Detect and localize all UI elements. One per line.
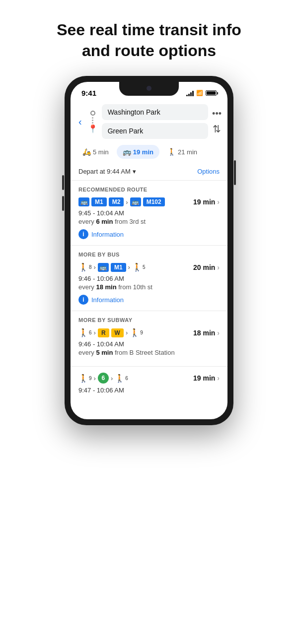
front-camera	[147, 86, 151, 91]
walk-start-badge: 🚶 8	[78, 262, 92, 272]
swap-button[interactable]: ⇅	[213, 123, 221, 135]
more-by-bus-header[interactable]: 🚶 8 › 🚌 M1 › 🚶 5 20 min	[78, 262, 220, 272]
walk-end-num: 5	[143, 264, 146, 270]
recommended-schedule: 9:45 - 10:04 AM	[78, 209, 220, 217]
phone-mockup: 9:41 📶 ‹	[65, 76, 233, 425]
recommended-route-badges: 🚌 M1 M2 › 🚌 M102	[78, 197, 165, 206]
last-walk-start-num: 9	[89, 376, 92, 381]
subway-walk-start-num: 6	[89, 330, 92, 335]
route-badge-W: W	[111, 328, 124, 337]
bus-info-link[interactable]: i Information	[78, 295, 220, 305]
tab-walk[interactable]: 🚶 21 min	[161, 145, 203, 159]
volume-down-button	[62, 196, 64, 211]
depart-text[interactable]: Depart at 9:44 AM ▾	[78, 168, 136, 175]
page-title: See real time transit infoand route opti…	[47, 0, 251, 76]
route-badge-R: R	[98, 328, 109, 337]
subway-walk-end-icon: 🚶	[130, 328, 140, 337]
subway-walk-start-icon: 🚶	[78, 328, 88, 337]
recommended-route-header[interactable]: 🚌 M1 M2 › 🚌 M102 19 min ›	[78, 197, 220, 206]
chevron-icon-3: ›	[217, 329, 220, 337]
subway-walk-end-num: 9	[140, 330, 143, 335]
more-by-subway-badges: 🚶 6 › R W › 🚶 9	[78, 328, 143, 337]
chevron-icon-2: ›	[217, 263, 220, 271]
last-walk-end: 🚶 6	[115, 374, 128, 383]
recommended-duration-text: 19 min	[193, 198, 215, 206]
recommended-section-label: RECOMMENDED ROUTE	[78, 187, 220, 193]
more-by-subway-duration: 18 min ›	[193, 329, 220, 337]
last-walk-end-num: 6	[125, 376, 128, 381]
subway-walk-start: 🚶 6	[78, 328, 92, 337]
last-route-header[interactable]: 🚶 9 › 6 › 🚶 6 19 min ›	[78, 373, 220, 384]
subway-arrow-1: ›	[94, 329, 96, 336]
status-time: 9:41	[81, 89, 96, 97]
info-circle-icon-1: i	[78, 229, 88, 239]
status-icons: 📶	[186, 90, 217, 96]
back-button[interactable]: ‹	[76, 114, 84, 129]
last-route-section: 🚶 9 › 6 › 🚶 6 19 min ›	[71, 367, 227, 401]
chevron-icon-1: ›	[217, 198, 220, 206]
last-walk-start-icon: 🚶	[78, 374, 88, 383]
bus-badge-icon-2: 🚌	[130, 197, 141, 206]
destination-input[interactable]: Green Park	[102, 123, 208, 139]
depart-row: Depart at 9:44 AM ▾ Options	[71, 163, 227, 181]
recommended-frequency: every 6 min from 3rd st	[78, 218, 220, 225]
last-walk-start: 🚶 9	[78, 374, 92, 383]
route-badge-m102: M102	[143, 197, 165, 206]
subway-schedule: 9:46 - 10:04 AM	[78, 340, 220, 348]
last-route-badges: 🚶 9 › 6 › 🚶 6	[78, 373, 128, 384]
route-badge-m1-2: M1	[111, 263, 126, 272]
more-by-bus-section: MORE BY BUS 🚶 8 › 🚌 M1 › 🚶 5	[71, 246, 227, 311]
depart-label: Depart at 9:44 AM	[78, 168, 131, 175]
tab-bus-label: 19 min	[133, 148, 153, 156]
route-badge-m1: M1	[91, 197, 107, 206]
more-by-bus-label: MORE BY BUS	[78, 252, 220, 258]
transport-tabs: 🛵 5 min 🚌 19 min 🚶 21 min	[71, 143, 227, 163]
route-arrow-1: ›	[126, 198, 128, 206]
chevron-icon-4: ›	[217, 374, 220, 382]
route-badge-6: 6	[98, 373, 109, 384]
recommended-route-duration: 19 min ›	[193, 198, 220, 206]
last-walk-end-icon: 🚶	[115, 374, 125, 383]
wifi-icon: 📶	[196, 90, 203, 96]
walk-end-badge: 🚶 5	[132, 262, 146, 272]
subway-duration-text: 18 min	[193, 329, 215, 337]
bus-badge-icon-1: 🚌	[78, 197, 89, 206]
more-options-button[interactable]: •••	[212, 109, 222, 119]
recommended-info-link[interactable]: i Information	[78, 229, 220, 239]
info-circle-icon-2: i	[78, 295, 88, 305]
options-button[interactable]: Options	[197, 168, 220, 175]
more-by-subway-label: MORE BY SUBWAY	[78, 317, 220, 323]
last-duration-text: 19 min	[193, 374, 215, 382]
last-route-duration: 19 min ›	[193, 374, 220, 382]
phone-notch	[119, 82, 179, 96]
bus-frequency: every 18 min from 10th st	[78, 283, 220, 291]
bus-badge-icon-3: 🚌	[98, 263, 109, 272]
power-button	[234, 160, 236, 185]
bus-arrow-1: ›	[94, 263, 96, 271]
more-by-subway-header[interactable]: 🚶 6 › R W › 🚶 9 18 min	[78, 328, 220, 337]
bus-info-text: Information	[91, 296, 124, 304]
bus-icon: 🚌	[123, 148, 131, 156]
destination-pin-icon: 📍	[88, 125, 98, 133]
tab-moto-label: 5 min	[93, 148, 109, 156]
depart-dropdown-icon: ▾	[133, 168, 136, 175]
walk-icon: 🚶	[167, 148, 176, 156]
bus-duration-text: 20 min	[193, 263, 215, 271]
origin-input[interactable]: Washington Park	[102, 104, 208, 120]
more-by-bus-badges: 🚶 8 › 🚌 M1 › 🚶 5	[78, 262, 145, 272]
recommended-route-section: RECOMMENDED ROUTE 🚌 M1 M2 › 🚌 M102 19 mi…	[71, 181, 227, 246]
recommended-info-text: Information	[91, 231, 124, 238]
origin-dot-icon	[90, 111, 95, 116]
bus-arrow-2: ›	[128, 263, 130, 271]
more-by-bus-duration: 20 min ›	[193, 263, 220, 271]
signal-icon	[186, 90, 194, 96]
tab-bus[interactable]: 🚌 19 min	[117, 145, 159, 159]
phone-frame: 9:41 📶 ‹	[65, 76, 233, 425]
volume-up-button	[62, 175, 64, 190]
bus-schedule: 9:46 - 10:06 AM	[78, 275, 220, 282]
tab-moto[interactable]: 🛵 5 min	[76, 145, 115, 159]
walk-end-icon: 🚶	[132, 262, 142, 272]
subway-walk-end: 🚶 9	[130, 328, 143, 337]
moto-icon: 🛵	[82, 148, 91, 156]
tab-walk-label: 21 min	[178, 148, 197, 156]
